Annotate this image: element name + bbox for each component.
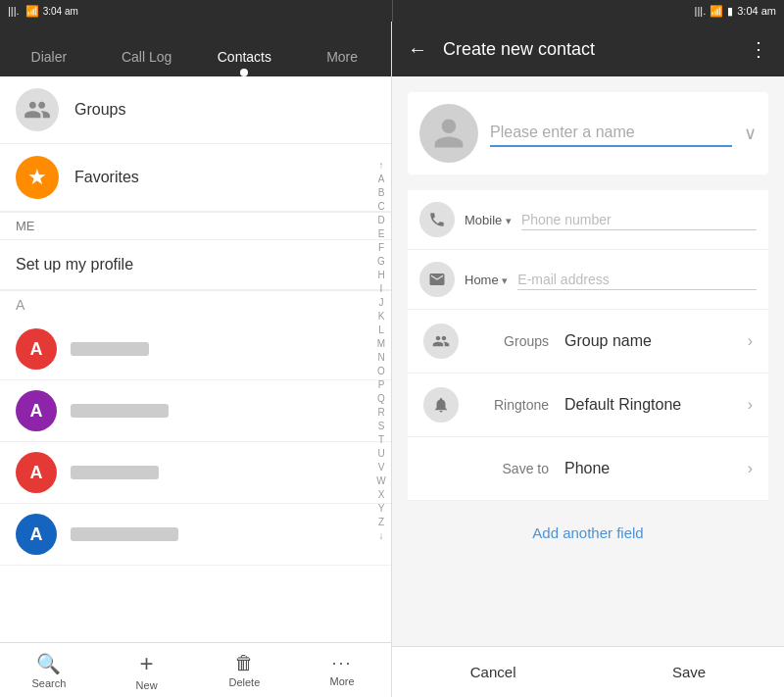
new-icon: + [140,650,154,677]
delete-button[interactable]: 🗑 Delete [196,652,294,688]
contact-item-2[interactable]: A [0,380,391,442]
alpha-N[interactable]: N [377,351,384,364]
nav-calllog[interactable]: Call Log [98,41,196,73]
groups-item[interactable]: Groups [0,76,391,144]
contact-avatar-1: A [16,328,57,370]
search-label: Search [31,677,66,689]
alpha-S[interactable]: S [378,420,385,432]
expand-icon[interactable]: ∨ [744,123,757,144]
contact-item-1[interactable]: A [0,319,391,380]
star-icon: ★ [27,165,47,190]
favorites-icon: ★ [16,156,59,199]
alpha-C[interactable]: C [377,200,384,213]
right-wifi-icon: 📶 [710,5,723,18]
alpha-Z[interactable]: Z [378,516,384,528]
alpha-F[interactable]: F [378,241,384,254]
top-nav: Dialer Call Log Contacts More [0,22,391,76]
contact-list: Groups ★ Favorites ME Set up my profile … [0,76,391,642]
ringtone-label: Ringtone [470,397,549,413]
alpha-a-label: A [0,291,391,319]
alpha-V[interactable]: V [378,461,385,473]
right-time: 3:04 am [737,5,776,17]
save-to-value: Phone [564,460,748,477]
alpha-P[interactable]: P [378,378,385,391]
nav-more-left[interactable]: More [293,41,391,73]
favorites-item[interactable]: ★ Favorites [0,144,391,212]
right-signal-icon: |||. [695,5,707,17]
alpha-up[interactable]: ↑ [379,159,384,172]
save-to-row[interactable]: Save to Phone › [408,437,768,501]
email-input[interactable] [517,270,757,290]
more-bottom-icon: ··· [332,653,353,673]
alpha-E[interactable]: E [378,227,385,240]
alpha-D[interactable]: D [377,214,384,226]
contact-name-1 [71,342,149,356]
save-to-spacer [423,451,459,486]
right-panel: ← Create new contact ⋮ ∨ [392,22,784,697]
save-to-arrow-icon: › [748,460,753,477]
signal-icon: |||. [8,5,20,17]
save-button[interactable]: Save [633,656,745,688]
more-bottom-label: More [330,675,355,687]
left-time: 3:04 am [43,6,78,17]
groups-label: Groups [470,333,549,349]
groups-row[interactable]: Groups Group name › [408,310,768,373]
phone-row: Mobile ▾ [408,190,768,250]
cancel-button[interactable]: Cancel [431,656,556,688]
name-input-wrap [490,120,732,147]
name-input[interactable] [490,120,732,147]
groups-row-icon [423,324,459,359]
email-row: Home ▾ [408,250,768,310]
alpha-W[interactable]: W [376,474,385,487]
alpha-H[interactable]: H [377,269,384,281]
alpha-J[interactable]: J [379,296,384,309]
delete-label: Delete [228,676,260,688]
ringtone-row[interactable]: Ringtone Default Ringtone › [408,373,768,437]
nav-contacts[interactable]: Contacts [196,41,294,73]
alpha-Q[interactable]: Q [377,392,385,405]
contact-avatar-2: A [16,390,57,431]
profile-setup[interactable]: Set up my profile [0,240,391,290]
alpha-K[interactable]: K [378,310,385,323]
alpha-M[interactable]: M [377,337,385,350]
phone-type[interactable]: Mobile ▾ [465,213,512,227]
new-label: New [136,679,158,691]
alpha-U[interactable]: U [377,447,384,460]
ringtone-value: Default Ringtone [564,396,748,414]
alpha-B[interactable]: B [378,186,385,199]
contact-name-4 [71,527,178,541]
avatar-placeholder[interactable] [419,104,478,163]
add-field-button[interactable]: Add another field [408,509,768,557]
search-button[interactable]: 🔍 Search [0,652,98,689]
alpha-O[interactable]: O [377,365,385,377]
alpha-T[interactable]: T [378,433,384,446]
phone-input[interactable] [521,210,757,230]
alpha-X[interactable]: X [378,488,385,501]
form-area: ∨ Mobile ▾ Home ▾ [392,76,784,646]
alpha-Y[interactable]: Y [378,502,385,515]
delete-icon: 🗑 [234,652,254,674]
header-more-button[interactable]: ⋮ [745,33,772,65]
alpha-A[interactable]: A [378,173,385,185]
more-bottom-button[interactable]: ··· More [293,653,391,687]
back-button[interactable]: ← [404,34,431,65]
new-button[interactable]: + New [98,650,196,691]
email-icon [419,262,455,297]
status-bar: |||. 📶 3:04 am |||. 📶 ▮ 3:04 am [0,0,784,22]
contact-name-3 [71,466,159,479]
nav-dialer[interactable]: Dialer [0,41,98,73]
contact-item-3[interactable]: A [0,442,391,504]
ringtone-arrow-icon: › [748,396,753,414]
phone-icon [419,202,455,237]
alpha-I[interactable]: I [380,282,383,295]
alpha-down[interactable]: ↓ [379,529,384,542]
right-title: Create new contact [443,39,733,60]
alpha-R[interactable]: R [377,406,384,419]
alpha-G[interactable]: G [377,255,385,268]
email-type[interactable]: Home ▾ [465,273,508,287]
contact-item-4[interactable]: A [0,504,391,566]
bottom-bar: 🔍 Search + New 🗑 Delete ··· More [0,642,391,697]
status-bar-right: |||. 📶 ▮ 3:04 am [393,0,785,22]
contact-name-2 [71,404,169,418]
alpha-L[interactable]: L [378,324,384,336]
